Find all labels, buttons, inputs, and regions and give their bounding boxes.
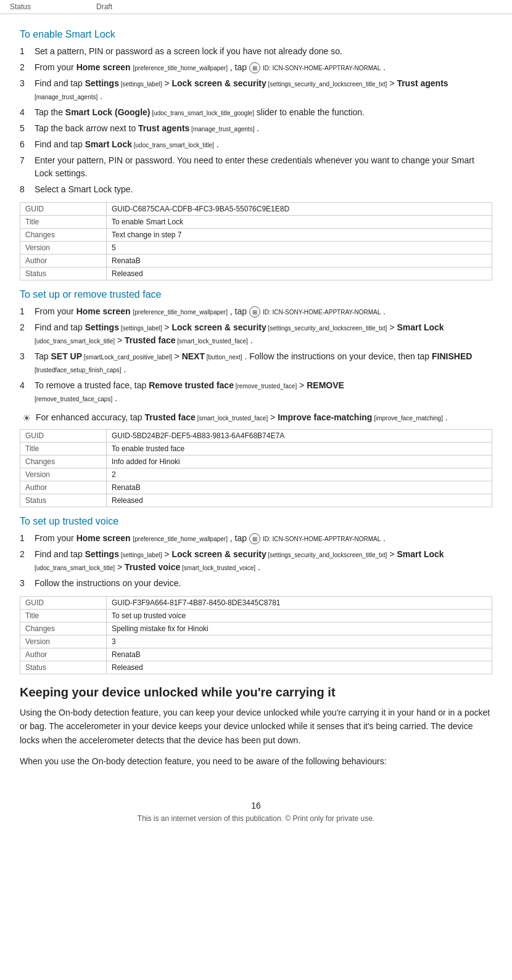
meta-value: Spelling mistake fix for Hinoki (107, 623, 492, 635)
step-text: Tap the back arrow next to Trust agents … (35, 122, 492, 135)
metadata-row: Status Released (20, 661, 492, 674)
meta-label: Status (20, 267, 107, 280)
step-num: 4 (20, 106, 35, 119)
section1: To enable Smart Lock 1 Set a pattern, PI… (20, 29, 492, 280)
metadata-row: GUID GUID-F3F9A664-81F7-4B87-8450-8DE344… (20, 597, 492, 610)
draft-label: Draft (96, 2, 112, 11)
step-num: 2 (20, 321, 35, 347)
meta-label: Author (20, 648, 107, 661)
metadata-row: GUID GUID-5BD24B2F-DEF5-4B83-9813-6A4F68… (20, 430, 492, 443)
section1-steps: 1 Set a pattern, PIN or password as a sc… (20, 45, 492, 196)
step-num: 3 (20, 350, 35, 376)
section1-metadata: GUID GUID-C6875CAA-CDFB-4FC3-9BA5-55076C… (20, 202, 492, 280)
meta-value: Released (107, 267, 492, 280)
step-text: To remove a trusted face, tap Remove tru… (35, 379, 492, 405)
page-number: 16 (0, 801, 512, 811)
step-2-2: 2 Find and tap Settings [settings_label]… (20, 321, 492, 347)
step-num: 1 (20, 45, 35, 58)
step-num: 7 (20, 154, 35, 180)
metadata-row: Title To enable trusted face (20, 443, 492, 455)
meta-value: GUID-5BD24B2F-DEF5-4B83-9813-6A4F68B74E7… (107, 430, 492, 443)
metadata-row: Title To set up trusted voice (20, 610, 492, 623)
meta-value: RenataB (107, 255, 492, 267)
meta-value: 5 (107, 242, 492, 255)
step-text: Find and tap Smart Lock [udoc_trans_smar… (35, 138, 492, 151)
meta-label: Changes (20, 455, 107, 468)
meta-value: RenataB (107, 648, 492, 661)
metadata-row: GUID GUID-C6875CAA-CDFB-4FC3-9BA5-55076C… (20, 203, 492, 216)
meta-value: Released (107, 494, 492, 507)
meta-label: Title (20, 610, 107, 623)
meta-value: Released (107, 661, 492, 674)
meta-label: GUID (20, 597, 107, 610)
metadata-row: Status Released (20, 267, 492, 280)
meta-label: Version (20, 468, 107, 481)
meta-value: GUID-C6875CAA-CDFB-4FC3-9BA5-55076C9E1E8… (107, 203, 492, 216)
status-label: Status (10, 2, 96, 11)
step-num: 3 (20, 577, 35, 590)
section4-para2: When you use the On-body detection featu… (20, 754, 492, 768)
step-text: Tap SET UP [smartLock_card_positive_labe… (35, 350, 492, 376)
step-2-4: 4 To remove a trusted face, tap Remove t… (20, 379, 492, 405)
top-bar: Status Draft (0, 0, 512, 14)
step-num: 5 (20, 122, 35, 135)
metadata-row: Changes Text change in step 7 (20, 229, 492, 242)
step-text: Follow the instructions on your device. (35, 577, 492, 590)
section4-para1: Using the On-body detection feature, you… (20, 706, 492, 747)
step-2-1: 1 From your Home screen [preference_titl… (20, 305, 492, 318)
step-1-3: 3 Find and tap Settings [settings_label]… (20, 77, 492, 103)
meta-label: Author (20, 255, 107, 267)
step-num: 6 (20, 138, 35, 151)
metadata-row: Status Released (20, 494, 492, 507)
step-text: From your Home screen [preference_title_… (35, 305, 492, 318)
meta-value: To set up trusted voice (107, 610, 492, 623)
section3-metadata: GUID GUID-F3F9A664-81F7-4B87-8450-8DE344… (20, 596, 492, 674)
metadata-row: Version 3 (20, 635, 492, 648)
step-1-7: 7 Enter your pattern, PIN or password. Y… (20, 154, 492, 180)
step-text: From your Home screen [preference_title_… (35, 532, 492, 545)
step-text: Select a Smart Lock type. (35, 183, 492, 196)
section2: To set up or remove trusted face 1 From … (20, 289, 492, 507)
meta-label: GUID (20, 430, 107, 443)
meta-value: RenataB (107, 481, 492, 494)
tip-icon: ☀ (22, 412, 31, 424)
meta-label: Changes (20, 623, 107, 635)
step-1-6: 6 Find and tap Smart Lock [udoc_trans_sm… (20, 138, 492, 151)
meta-label: Status (20, 494, 107, 507)
step-3-3: 3 Follow the instructions on your device… (20, 577, 492, 590)
footer: This is an internet version of this publ… (0, 814, 512, 833)
meta-label: Title (20, 443, 107, 455)
section1-title: To enable Smart Lock (20, 29, 492, 40)
section3: To set up trusted voice 1 From your Home… (20, 516, 492, 674)
step-1-2: 2 From your Home screen [preference_titl… (20, 61, 492, 74)
tip-text: For enhanced accuracy, tap Trusted face … (36, 411, 492, 424)
metadata-row: Title To enable Smart Lock (20, 216, 492, 229)
step-num: 1 (20, 532, 35, 545)
meta-value: Text change in step 7 (107, 229, 492, 242)
step-text: Find and tap Settings [settings_label] >… (35, 77, 492, 103)
section4-heading: Keeping your device unlocked while you'r… (20, 685, 492, 700)
content: To enable Smart Lock 1 Set a pattern, PI… (0, 14, 512, 788)
section2-metadata: GUID GUID-5BD24B2F-DEF5-4B83-9813-6A4F68… (20, 429, 492, 507)
meta-value: To enable Smart Lock (107, 216, 492, 229)
step-text: Set a pattern, PIN or password as a scre… (35, 45, 492, 58)
metadata-row: Version 5 (20, 242, 492, 255)
metadata-row: Author RenataB (20, 648, 492, 661)
meta-value: 3 (107, 635, 492, 648)
section3-steps: 1 From your Home screen [preference_titl… (20, 532, 492, 590)
meta-value: To enable trusted face (107, 443, 492, 455)
meta-label: Changes (20, 229, 107, 242)
tip-row: ☀ For enhanced accuracy, tap Trusted fac… (20, 411, 492, 424)
step-1-8: 8 Select a Smart Lock type. (20, 183, 492, 196)
step-num: 2 (20, 61, 35, 74)
step-1-1: 1 Set a pattern, PIN or password as a sc… (20, 45, 492, 58)
meta-label: Author (20, 481, 107, 494)
step-3-1: 1 From your Home screen [preference_titl… (20, 532, 492, 545)
step-num: 4 (20, 379, 35, 405)
step-1-4: 4 Tap the Smart Lock (Google) [udoc_tran… (20, 106, 492, 119)
section4: Keeping your device unlocked while you'r… (20, 685, 492, 769)
step-num: 3 (20, 77, 35, 103)
step-3-2: 2 Find and tap Settings [settings_label]… (20, 548, 492, 574)
meta-label: Status (20, 661, 107, 674)
meta-value: 2 (107, 468, 492, 481)
